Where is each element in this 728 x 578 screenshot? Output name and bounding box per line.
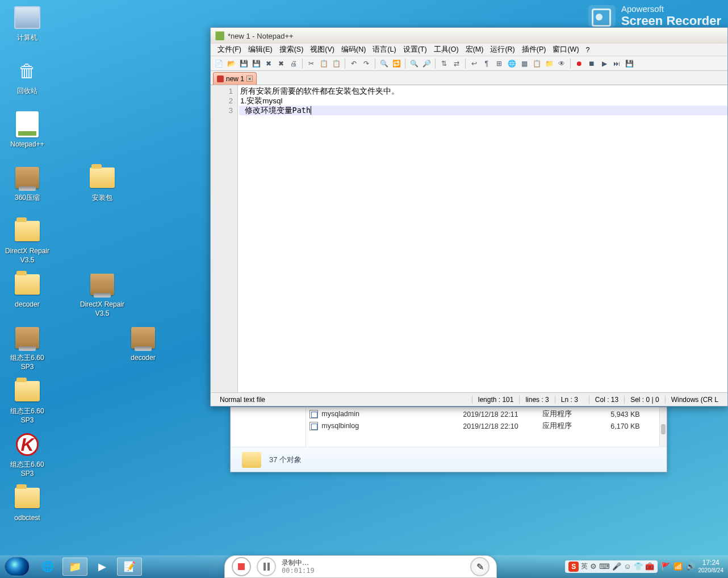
menu-view[interactable]: 视图(V)	[307, 44, 338, 56]
menu-settings[interactable]: 设置(T)	[400, 44, 430, 56]
close-all-button[interactable]: ✖	[275, 58, 287, 69]
skin-icon[interactable]: 👕	[634, 562, 643, 571]
system-tray[interactable]: S 英 ⚙ ⌨ 🎤 ☺ 👕 🧰 🚩 📶 🔊 17:24 2020/8/24	[565, 559, 723, 573]
close-button[interactable]: ✖	[263, 58, 274, 69]
desktop-kingview-sp3-a[interactable]: 组态王6.60 SP3	[5, 324, 50, 371]
toolbox-icon[interactable]: 🧰	[645, 562, 654, 571]
ime-bar[interactable]: S 英 ⚙ ⌨ 🎤 ☺ 👕 🧰	[565, 560, 657, 573]
menubar[interactable]: 文件(F) 编辑(E) 搜索(S) 视图(V) 编码(N) 语言(L) 设置(T…	[211, 44, 727, 56]
folder-workspace-button[interactable]: 📁	[543, 58, 555, 69]
taskbar-clock[interactable]: 17:24 2020/8/24	[698, 559, 724, 573]
desktop-recycle-bin[interactable]: 🗑 回收站	[5, 57, 50, 96]
zoom-out-button[interactable]: 🔎	[421, 58, 432, 69]
monitor-button[interactable]: 👁	[556, 58, 567, 69]
menu-run[interactable]: 运行(R)	[487, 44, 518, 56]
tray-network-icon[interactable]: 📶	[673, 562, 683, 571]
status-eol: Windows (CR L	[665, 396, 724, 404]
task-notepadpp[interactable]: 📝	[117, 558, 142, 576]
desktop-directx-zip[interactable]: DirectX Repair V3.5	[80, 270, 125, 318]
menu-help[interactable]: ?	[583, 45, 593, 55]
udl-button[interactable]: 🌐	[506, 58, 517, 69]
redo-button[interactable]: ↷	[361, 58, 372, 69]
desktop-directx-repair[interactable]: DirectX Repair V3.5	[5, 217, 50, 265]
menu-tools[interactable]: 工具(O)	[430, 44, 462, 56]
document-tabs[interactable]: new 1 ×	[211, 71, 727, 85]
code-area[interactable]: 所有安装所需要的软件都在安装包文件夹中。 1.安装mysql 修改环境变量Pat…	[238, 85, 727, 392]
menu-edit[interactable]: 编辑(E)	[245, 44, 276, 56]
sync-h-button[interactable]: ⇄	[451, 58, 462, 69]
ime-tool-icon[interactable]: ⚙	[590, 562, 597, 571]
titlebar[interactable]: *new 1 - Notepad++	[211, 28, 727, 44]
zoom-in-button[interactable]: 🔍	[408, 58, 420, 69]
open-file-button[interactable]: 📂	[225, 58, 237, 69]
menu-window[interactable]: 窗口(W)	[549, 44, 582, 56]
desktop-decoder[interactable]: decoder	[5, 270, 50, 309]
record-macro-button[interactable]: ⏺	[574, 58, 585, 69]
indent-guide-button[interactable]: ⊞	[493, 58, 505, 69]
menu-search[interactable]: 搜索(S)	[276, 44, 307, 56]
screen-recorder-dock[interactable]: 录制中… 00:01:19 ✎	[224, 555, 497, 578]
play-macro-button[interactable]: ▶	[599, 58, 610, 69]
replace-button[interactable]: 🔁	[391, 58, 402, 69]
smiley-icon[interactable]: ☺	[624, 562, 631, 571]
sync-v-button[interactable]: ⇅	[438, 58, 450, 69]
menu-macro[interactable]: 宏(M)	[462, 44, 487, 56]
editor[interactable]: 123 所有安装所需要的软件都在安装包文件夹中。 1.安装mysql 修改环境变…	[211, 85, 727, 392]
menu-file[interactable]: 文件(F)	[214, 44, 245, 56]
print-button[interactable]: 🖨	[288, 58, 299, 69]
save-macro-button[interactable]: 💾	[624, 58, 635, 69]
run-macro-multi-button[interactable]: ⏭	[611, 58, 622, 69]
save-button[interactable]: 💾	[238, 58, 249, 69]
tab-close-button[interactable]: ×	[246, 76, 253, 82]
explorer-scrollbar[interactable]	[659, 407, 667, 447]
camera-icon	[588, 5, 616, 27]
menu-encoding[interactable]: 编码(N)	[338, 44, 369, 56]
explorer-file-list[interactable]: mysqladmin 2019/12/18 22:11 应用程序 5,943 K…	[306, 407, 659, 447]
cut-button[interactable]: ✂	[306, 58, 317, 69]
keyboard-icon[interactable]: ⌨	[599, 562, 610, 571]
save-all-button[interactable]: 💾	[250, 58, 262, 69]
list-item[interactable]: mysqlbinlog 2019/12/18 22:10 应用程序 6,170 …	[306, 420, 659, 432]
desktop-decoder-zip[interactable]: decoder	[120, 324, 166, 363]
notepadpp-window[interactable]: *new 1 - Notepad++ 文件(F) 编辑(E) 搜索(S) 视图(…	[210, 27, 728, 407]
copy-button[interactable]: 📋	[318, 58, 329, 69]
toolbar[interactable]: 📄 📂 💾 💾 ✖ ✖ 🖨 ✂ 📋 📋 ↶ ↷ 🔍 🔁 🔍 🔎 ⇅ ⇄ ↩ ¶ …	[211, 56, 727, 71]
task-ie[interactable]: 🌐	[35, 558, 60, 576]
pause-record-button[interactable]	[257, 557, 276, 576]
explorer-status-bar: 37 个对象	[231, 447, 667, 472]
func-list-button[interactable]: 📋	[531, 58, 542, 69]
scrollbar-thumb[interactable]	[661, 424, 666, 434]
desktop-computer[interactable]: 计算机	[5, 3, 50, 43]
tray-flag-icon[interactable]: 🚩	[661, 562, 670, 571]
ime-lang[interactable]: 英	[581, 562, 588, 571]
recorder-status: 录制中…	[282, 559, 315, 567]
menu-plugins[interactable]: 插件(P)	[518, 44, 550, 56]
wordwrap-button[interactable]: ↩	[468, 58, 480, 69]
desktop-kingview-sp3-b[interactable]: 组态王6.60 SP3	[5, 377, 50, 425]
annotation-button[interactable]: ✎	[470, 557, 489, 576]
menu-language[interactable]: 语言(L)	[369, 44, 399, 56]
start-button[interactable]	[5, 557, 30, 576]
desktop-notepadpp[interactable]: Notepad++	[5, 110, 50, 149]
paste-button[interactable]: 📋	[330, 58, 342, 69]
explorer-window[interactable]: mysqladmin 2019/12/18 22:11 应用程序 5,943 K…	[230, 407, 667, 472]
stop-record-button[interactable]	[232, 557, 251, 576]
list-item[interactable]: mysqladmin 2019/12/18 22:11 应用程序 5,943 K…	[306, 408, 659, 420]
undo-button[interactable]: ↶	[348, 58, 359, 69]
desktop-360zip[interactable]: 360压缩	[5, 164, 50, 203]
task-explorer[interactable]: 📁	[62, 558, 87, 576]
desktop-odbctest[interactable]: odbctest	[5, 484, 50, 523]
all-chars-button[interactable]: ¶	[481, 58, 492, 69]
mic-icon[interactable]: 🎤	[612, 562, 621, 571]
find-button[interactable]: 🔍	[378, 58, 390, 69]
sogou-icon[interactable]: S	[568, 562, 579, 572]
task-mediaplayer[interactable]: ▶	[90, 558, 115, 576]
explorer-nav-pane[interactable]	[231, 407, 306, 447]
desktop-kingview-app[interactable]: 组态王6.60 SP3	[5, 430, 50, 478]
stop-macro-button[interactable]: ⏹	[586, 58, 597, 69]
new-file-button[interactable]: 📄	[213, 58, 224, 69]
tab-new1[interactable]: new 1 ×	[213, 72, 257, 85]
doc-map-button[interactable]: ▦	[518, 58, 530, 69]
desktop-install-pkg[interactable]: 安装包	[80, 164, 125, 203]
tray-volume-icon[interactable]: 🔊	[686, 562, 695, 571]
